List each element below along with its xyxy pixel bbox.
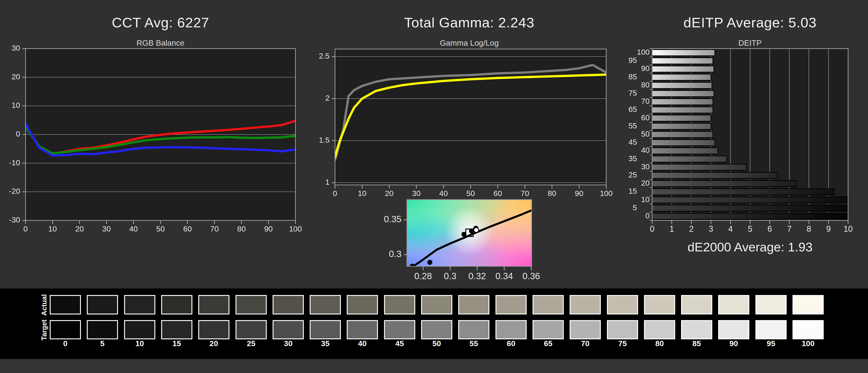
footer-bar — [0, 359, 868, 373]
deitp-bar-55 — [652, 123, 711, 129]
tick-label: 95 — [628, 56, 637, 64]
swatch-level-label: 50 — [421, 339, 452, 348]
target-swatch-90 — [718, 320, 749, 339]
swatch-level-label: 25 — [236, 339, 267, 348]
actual-row-label: Actual — [41, 291, 48, 318]
tick-label: 1 — [670, 224, 674, 234]
target-swatch-20 — [198, 320, 229, 339]
tick-label: 1.5 — [319, 136, 330, 144]
swatch-level-label: 95 — [755, 339, 786, 348]
actual-swatch-45 — [384, 295, 415, 314]
swatch-column-100: 100 — [793, 288, 824, 359]
target-swatch-5 — [87, 320, 118, 339]
tick-label: 8 — [807, 224, 811, 234]
tick-label: 50 — [466, 189, 475, 197]
tick-label: 0 — [650, 224, 654, 234]
rgb-balance-chart: 3020100-10-20-300102030405060708090100 — [9, 43, 302, 233]
swatch-level-label: 90 — [718, 339, 749, 348]
tick-label: 0.3 — [444, 271, 457, 281]
tick-label: 100 — [289, 224, 302, 233]
tick-label: -10 — [9, 158, 20, 167]
target-swatch-100 — [793, 320, 824, 339]
tick-label: 80 — [548, 189, 556, 197]
tick-label: 0.3 — [389, 249, 401, 259]
tick-label: 0 — [645, 211, 650, 220]
target-swatch-15 — [161, 320, 192, 339]
swatch-column-80: 80 — [644, 288, 675, 359]
tick-label: 85 — [628, 72, 637, 81]
actual-swatch-20 — [198, 295, 229, 314]
swatch-level-label: 55 — [458, 339, 489, 348]
tick-label: 0 — [333, 189, 337, 197]
measurement-point — [428, 260, 432, 265]
whitepoint-marker — [474, 227, 479, 232]
tick-label: 60 — [641, 113, 650, 122]
tick-label: 5 — [633, 203, 637, 212]
actual-swatch-85 — [681, 295, 712, 314]
swatch-column-55: 55 — [458, 288, 489, 359]
tick-label: 20 — [385, 189, 394, 197]
tick-label: 90 — [575, 189, 583, 197]
tick-label: 4 — [728, 224, 733, 234]
tick-label: 75 — [628, 89, 637, 97]
measurement-point — [461, 232, 466, 237]
swatch-column-20: 20 — [198, 288, 229, 359]
swatch-level-label: 0 — [50, 339, 81, 348]
tick-label: 10 — [641, 195, 650, 204]
tick-label: 80 — [237, 224, 246, 233]
deitp-bar-20 — [652, 181, 796, 187]
tick-label: 9 — [826, 224, 831, 234]
swatch-level-label: 70 — [569, 339, 601, 348]
target-swatch-45 — [384, 320, 415, 339]
tick-label: 30 — [11, 43, 20, 52]
swatch-level-label: 85 — [681, 339, 712, 348]
tick-label: 65 — [628, 105, 637, 114]
actual-swatch-15 — [161, 295, 192, 314]
swatch-column-50: 50 — [421, 288, 452, 359]
actual-swatch-0 — [50, 295, 81, 314]
tick-label: 100 — [637, 48, 650, 56]
swatch-column-45: 45 — [384, 288, 415, 359]
tick-label: 2 — [689, 224, 693, 234]
tick-label: 55 — [628, 121, 637, 130]
tick-label: 40 — [129, 224, 138, 233]
cie-scatter-chart: 0.280.30.320.340.360.30.35 — [384, 199, 540, 281]
deitp-bar-50 — [652, 131, 713, 137]
tick-label: 90 — [264, 224, 273, 233]
target-swatch-10 — [124, 320, 155, 339]
tick-label: 100 — [600, 189, 613, 197]
deitp-bar-15 — [652, 189, 834, 195]
swatch-column-0: 0 — [50, 288, 81, 359]
tick-label: 45 — [628, 138, 637, 146]
swatch-level-label: 10 — [124, 339, 155, 348]
tick-label: 60 — [493, 189, 502, 197]
deitp-bar-60 — [652, 115, 711, 121]
target-swatch-95 — [755, 320, 786, 339]
target-swatch-70 — [569, 320, 601, 339]
measurement-point — [469, 228, 474, 234]
tick-label: 0 — [16, 129, 20, 138]
swatch-column-10: 10 — [124, 288, 155, 359]
actual-swatch-75 — [607, 295, 638, 314]
swatch-level-label: 60 — [495, 339, 527, 348]
actual-swatch-60 — [495, 295, 527, 314]
swatch-column-75: 75 — [607, 288, 638, 359]
tick-label: 35 — [628, 154, 637, 163]
swatch-column-90: 90 — [718, 288, 749, 359]
tick-label: 0.34 — [495, 271, 513, 281]
swatch-level-label: 80 — [644, 339, 675, 348]
swatch-column-5: 5 — [87, 288, 118, 359]
actual-swatch-50 — [421, 295, 452, 314]
tick-label: 2.5 — [319, 52, 330, 60]
swatch-level-label: 45 — [384, 339, 415, 348]
actual-swatch-70 — [569, 295, 601, 314]
tick-label: 20 — [75, 224, 84, 233]
actual-swatch-5 — [87, 295, 118, 314]
tick-label: 0 — [24, 224, 28, 233]
deitp-bar-30 — [652, 164, 746, 170]
target-swatch-0 — [50, 320, 81, 339]
swatch-column-40: 40 — [347, 288, 378, 359]
tick-label: 80 — [641, 81, 650, 89]
tick-label: 25 — [628, 170, 637, 179]
deitp-bar-0 — [652, 213, 847, 219]
